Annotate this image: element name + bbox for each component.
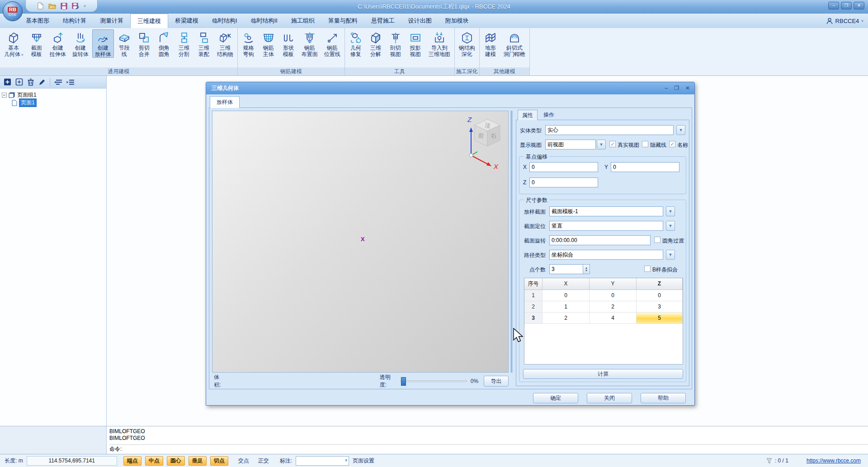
- annotation-style-select[interactable]: [296, 456, 349, 466]
- menu-tab-bridge-modeling[interactable]: 桥梁建模: [168, 14, 205, 28]
- ribbon-button-3d-assemble[interactable]: 三维 装配: [194, 29, 213, 58]
- preview-viewport[interactable]: X 顶 前 右 Z X: [212, 111, 509, 373]
- snap-tangent-button[interactable]: 切点: [210, 456, 228, 466]
- snap-endpoint-button[interactable]: 端点: [123, 456, 142, 466]
- dialog-close-footer-button[interactable]: 关闭: [587, 393, 632, 403]
- ribbon-button-clip-merge[interactable]: 剪切 合并: [135, 29, 154, 58]
- qa-more-icon[interactable]: ▿: [84, 4, 85, 8]
- menu-tab-basic-graphics[interactable]: 基本图形: [19, 14, 56, 28]
- help-button[interactable]: 帮助: [641, 393, 686, 403]
- path-type-dropdown-icon[interactable]: ▼: [666, 250, 675, 260]
- ribbon-button-hook-spec[interactable]: 规格 弯钩: [239, 29, 258, 58]
- ribbon-button-3d-decompose[interactable]: 三维 分解: [366, 29, 385, 58]
- menu-tab-quantity-materials[interactable]: 算量与配料: [321, 14, 364, 28]
- ribbon-button-geometry-repair[interactable]: 几何 修复: [346, 29, 365, 58]
- dialog-maximize-button[interactable]: ❐: [674, 82, 679, 94]
- ribbon-button-steel-detailing[interactable]: 钢结构 深化: [456, 29, 478, 58]
- row-header[interactable]: 1: [524, 290, 542, 301]
- cell-z[interactable]: 3: [637, 301, 683, 313]
- menu-tab-temp-structure-2[interactable]: 临时结构II: [244, 14, 284, 28]
- collapse-node-icon[interactable]: [2, 93, 7, 98]
- user-account-button[interactable]: RBCCE4 ˅: [826, 14, 863, 28]
- table-row[interactable]: 3 2 4 5: [524, 313, 683, 324]
- opacity-slider[interactable]: [401, 380, 467, 382]
- cell-z[interactable]: 0: [637, 290, 683, 301]
- save-icon[interactable]: [61, 3, 67, 9]
- ribbon-button-section-template[interactable]: 截面 模板: [27, 29, 46, 58]
- snap-perpendicular-button[interactable]: 垂足: [189, 456, 207, 466]
- delete-button[interactable]: [27, 78, 34, 86]
- fillet-transition-checkbox[interactable]: [654, 237, 660, 243]
- website-link[interactable]: https://www.rbcce.com: [807, 458, 861, 464]
- cell-x[interactable]: 1: [542, 301, 590, 313]
- tab-operations[interactable]: 操作: [539, 110, 558, 120]
- table-row[interactable]: 1 0 0 0: [524, 290, 683, 301]
- ribbon-button-3d-split[interactable]: 三维 分割: [175, 29, 193, 58]
- col-header-seq[interactable]: 序号: [524, 278, 542, 290]
- name-checkbox[interactable]: [669, 141, 675, 147]
- add-page-button[interactable]: [4, 78, 11, 86]
- tree-node-page[interactable]: 页面1: [2, 99, 104, 107]
- row-header[interactable]: 2: [524, 301, 542, 313]
- dialog-close-button[interactable]: ✕: [685, 82, 690, 94]
- y-offset-field[interactable]: 0: [611, 162, 679, 172]
- hidden-line-checkbox[interactable]: [642, 141, 648, 147]
- dialog-minimize-button[interactable]: –: [665, 82, 668, 94]
- snap-intersection-button[interactable]: 交点: [236, 457, 252, 465]
- filter-icon[interactable]: [766, 458, 772, 464]
- ortho-toggle-button[interactable]: 正交: [255, 457, 272, 465]
- ribbon-button-basic-solid[interactable]: 基本 几何体˅: [1, 29, 26, 59]
- section-position-select[interactable]: 竖直: [549, 221, 663, 231]
- tab-loft-body[interactable]: 放样体: [210, 96, 240, 108]
- ribbon-button-section-view[interactable]: 剖切 视图: [386, 29, 405, 58]
- close-button[interactable]: ✕: [854, 2, 864, 9]
- entity-type-dropdown-icon[interactable]: ▼: [676, 125, 685, 135]
- loft-section-select[interactable]: 截面模板-1: [549, 206, 663, 216]
- ribbon-button-create-extrude[interactable]: 创建 拉伸体: [47, 29, 69, 58]
- rename-button[interactable]: [38, 79, 46, 86]
- points-table[interactable]: 序号 X Y Z 1 0 0 0 2 1 2 3 3 2 4 5: [524, 278, 683, 364]
- tab-properties[interactable]: 属性: [518, 110, 538, 120]
- ribbon-button-create-revolve[interactable]: 创建 旋转体: [70, 29, 91, 58]
- new-file-icon[interactable]: [37, 2, 44, 9]
- cell-y[interactable]: 4: [590, 313, 637, 324]
- cell-z-selected[interactable]: 5: [637, 313, 683, 324]
- ribbon-button-terrain-modeling[interactable]: 地形 建模: [481, 29, 500, 58]
- section-position-dropdown-icon[interactable]: ▼: [666, 221, 675, 231]
- restore-button[interactable]: ❐: [841, 2, 852, 9]
- display-view-dropdown-icon[interactable]: ▼: [597, 140, 606, 149]
- snap-midpoint-button[interactable]: 中点: [145, 456, 163, 466]
- view-cube[interactable]: 顶 前 右 Z X: [456, 112, 506, 170]
- add-group-button[interactable]: [15, 78, 23, 86]
- open-file-icon[interactable]: [48, 3, 56, 9]
- row-header[interactable]: 3: [524, 313, 542, 324]
- page-setup-button[interactable]: 页面设置: [353, 457, 374, 465]
- ribbon-button-rebar-body[interactable]: 钢筋 主体: [259, 29, 278, 58]
- snap-center-button[interactable]: 圆心: [167, 456, 185, 466]
- ribbon-button-create-loft[interactable]: 创建 放样体: [92, 29, 114, 58]
- bspline-fit-checkbox[interactable]: [644, 266, 651, 272]
- ribbon-button-import-3d-map[interactable]: 导入到 三维地图: [426, 29, 453, 58]
- path-type-select[interactable]: 坐标拟合: [549, 250, 663, 260]
- menu-tab-temp-structure-1[interactable]: 临时结构I: [205, 14, 244, 28]
- table-row[interactable]: 2 1 2 3: [524, 301, 683, 313]
- dialog-title-bar[interactable]: 三维几何体 – ❐ ✕: [206, 82, 694, 94]
- ribbon-button-rebar-layout-plane[interactable]: 钢筋 布置面: [299, 29, 321, 58]
- cell-x[interactable]: 0: [542, 290, 590, 301]
- section-rotation-field[interactable]: 0:00:00.00: [549, 235, 651, 245]
- calculate-button[interactable]: 计算: [523, 369, 683, 379]
- app-logo[interactable]: RB CCE: [3, 1, 23, 21]
- minimize-button[interactable]: –: [828, 2, 839, 9]
- col-header-z[interactable]: Z: [637, 278, 683, 290]
- ribbon-button-chamfer-fillet[interactable]: 倒角 圆角: [155, 29, 174, 58]
- cell-y[interactable]: 2: [590, 301, 637, 313]
- menu-tab-design-drawing[interactable]: 设计出图: [401, 14, 439, 28]
- ribbon-button-projection-view[interactable]: 投影 视图: [406, 29, 425, 58]
- ribbon-button-3d-structure[interactable]: K 三维 结构物: [214, 29, 236, 58]
- real-view-checkbox[interactable]: [609, 141, 616, 147]
- ribbon-button-rebar-position-line[interactable]: 钢筋 位置线: [321, 29, 343, 58]
- menu-tab-additional-modules[interactable]: 附加模块: [439, 14, 476, 28]
- cell-y[interactable]: 0: [590, 290, 637, 301]
- ribbon-button-segment-line[interactable]: 节段 线: [115, 29, 134, 58]
- tree-node-page-group[interactable]: 页面组1: [2, 91, 104, 99]
